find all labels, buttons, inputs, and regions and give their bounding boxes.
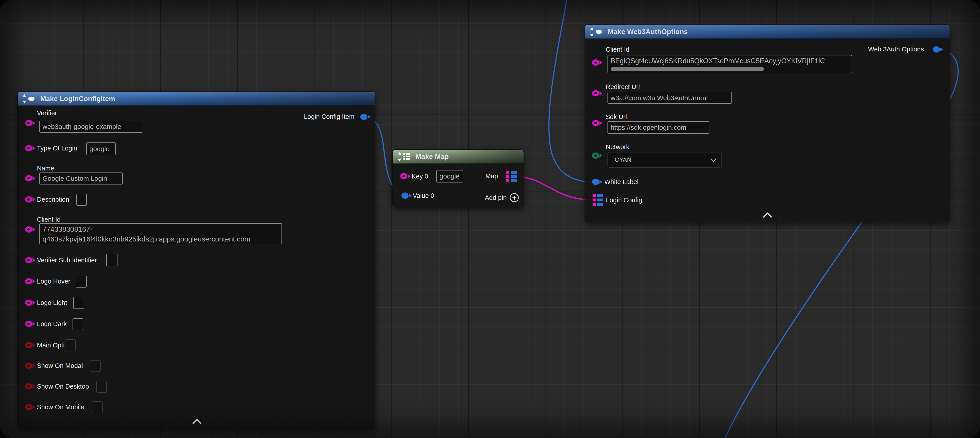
main-option-checkbox[interactable] [65, 339, 76, 351]
map-output-label: Map [485, 172, 498, 180]
show-on-desktop-pin[interactable] [25, 383, 32, 390]
network-dropdown[interactable]: CYAN [608, 152, 722, 167]
show-on-mobile-pin[interactable] [25, 404, 32, 410]
collapse-node-chevron-icon[interactable] [763, 212, 772, 221]
logo-dark-pin[interactable] [25, 321, 32, 327]
logo-light-label: Logo Light [37, 299, 67, 306]
login-config-label: Login Config [606, 196, 642, 204]
name-label: Name [37, 164, 54, 172]
node-header-make-map[interactable]: Make Map [393, 150, 523, 164]
verifier-sub-identifier-pin[interactable] [25, 257, 32, 263]
white-label-pin[interactable] [592, 179, 599, 185]
client-id-input[interactable]: BEglQSgt4cUWcj6SKRdu5QkOXTsePmMcusG5EAoy… [608, 55, 852, 73]
show-on-mobile-label: Show On Mobile [37, 403, 84, 411]
login-config-item-output-pin[interactable] [360, 114, 368, 120]
client-id-line2: q463s7kpvja16l4l0kko3nb925ikds2p.apps.go… [43, 234, 279, 244]
show-on-modal-checkbox[interactable] [90, 360, 100, 372]
main-option-pin[interactable] [25, 342, 32, 348]
verifier-label: Verifier [37, 109, 57, 117]
verifier-sub-identifier-input[interactable] [107, 254, 118, 266]
node-title: Make Map [415, 153, 449, 161]
redirect-url-input[interactable]: w3a://com.w3a.Web3AuthUnreal [608, 92, 732, 104]
logo-hover-pin[interactable] [25, 278, 32, 284]
wire-map-to-login-config[interactable] [519, 176, 592, 200]
network-pin[interactable] [592, 153, 599, 159]
verifier-pin[interactable] [25, 120, 32, 126]
node-header-make-web3auth-options[interactable]: Make Web3AuthOptions [585, 25, 950, 39]
client-id-pin[interactable] [592, 59, 599, 66]
client-id-input[interactable]: 774338308167- q463s7kpvja16l4l0kko3nb925… [40, 223, 282, 244]
verifier-sub-identifier-label: Verifier Sub Identifier [37, 256, 97, 264]
key0-input[interactable]: google [436, 170, 463, 183]
client-id-line1: 774338308167- [43, 225, 279, 234]
network-label: Network [606, 143, 629, 151]
white-label-label: White Label [605, 178, 638, 186]
show-on-modal-pin[interactable] [25, 363, 32, 369]
node-header-make-login-config-item[interactable]: Make LoginConfigItem [18, 92, 375, 106]
login-config-pin[interactable] [593, 194, 603, 205]
show-on-desktop-label: Show On Desktop [37, 382, 89, 390]
sdk-url-label: Sdk Url [606, 113, 627, 121]
name-input[interactable]: Google Custom Login [40, 172, 123, 185]
logo-dark-label: Logo Dark [37, 320, 67, 328]
node-make-login-config-item[interactable]: Make LoginConfigItem Verifier web3auth-g… [18, 92, 375, 429]
collapse-node-chevron-icon[interactable] [192, 419, 201, 428]
client-id-text: BEglQSgt4cUWcj6SKRdu5QkOXTsePmMcusG5EAoy… [611, 56, 849, 66]
description-input[interactable] [76, 194, 87, 205]
add-pin-button[interactable]: Add pin + [485, 193, 519, 202]
network-dropdown-value: CYAN [615, 156, 632, 163]
verifier-input[interactable]: web3auth-google-example [40, 121, 143, 133]
logo-light-pin[interactable] [25, 299, 32, 306]
logo-light-input[interactable] [73, 297, 84, 309]
sdk-url-pin[interactable] [592, 120, 599, 126]
type-of-login-label: Type Of Login [37, 145, 77, 152]
sdk-url-input[interactable]: https://sdk.openlogin.com [608, 121, 710, 134]
key0-label: Key 0 [412, 172, 428, 180]
node-make-web3auth-options[interactable]: Make Web3AuthOptions Client Id BEglQSgt4… [585, 25, 950, 222]
type-of-login-input[interactable]: google [86, 142, 116, 155]
node-title: Make LoginConfigItem [40, 95, 115, 103]
make-struct-icon [591, 27, 604, 36]
web3auth-options-output-label: Web 3Auth Options [868, 46, 924, 53]
chevron-down-icon [711, 156, 716, 162]
client-id-pin[interactable] [25, 226, 32, 233]
redirect-url-pin[interactable] [592, 90, 599, 96]
name-pin[interactable] [25, 175, 32, 182]
logo-dark-input[interactable] [73, 318, 83, 330]
client-id-label: Client Id [606, 46, 629, 53]
description-label: Description [37, 196, 69, 203]
map-output-pin[interactable] [506, 171, 517, 182]
description-pin[interactable] [25, 196, 32, 202]
add-pin-plus-icon: + [510, 193, 519, 202]
node-make-map[interactable]: Make Map Key 0 google Map Value 0 Add pi… [393, 150, 523, 207]
client-id-scrollbar[interactable] [611, 67, 764, 71]
make-struct-icon [23, 94, 36, 103]
login-config-item-output-label: Login Config Item [304, 113, 355, 120]
value0-pin[interactable] [401, 193, 409, 199]
logo-hover-input[interactable] [76, 276, 87, 288]
redirect-url-label: Redirect Url [606, 83, 640, 91]
value0-label: Value 0 [413, 192, 434, 199]
client-id-label: Client Id [37, 216, 60, 223]
show-on-modal-label: Show On Modal [37, 362, 83, 370]
show-on-mobile-checkbox[interactable] [92, 401, 103, 413]
type-of-login-pin[interactable] [25, 145, 32, 151]
key0-pin[interactable] [400, 173, 407, 179]
make-container-icon [399, 152, 412, 161]
show-on-desktop-checkbox[interactable] [96, 381, 107, 393]
logo-hover-label: Logo Hover [37, 277, 70, 285]
blueprint-graph-canvas[interactable]: Make LoginConfigItem Verifier web3auth-g… [0, 0, 980, 438]
node-title: Make Web3AuthOptions [608, 28, 688, 36]
add-pin-label: Add pin [485, 194, 507, 201]
web3auth-options-output-pin[interactable] [933, 46, 940, 53]
